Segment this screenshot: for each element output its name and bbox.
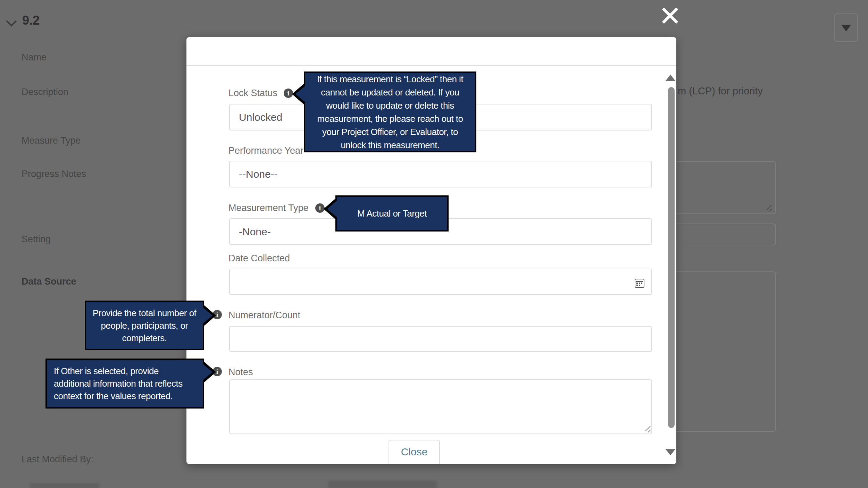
numerator-tooltip: Provide the total number of people, part… xyxy=(85,301,204,350)
notes-textarea[interactable] xyxy=(229,379,652,434)
lock-status-tooltip: If this measurement is “Locked” then it … xyxy=(304,71,476,152)
scroll-down-arrow-icon[interactable] xyxy=(665,449,676,455)
lock-status-value: Unlocked xyxy=(239,111,282,123)
numerator-count-input[interactable] xyxy=(229,326,652,352)
date-collected-label: Date Collected xyxy=(228,253,290,264)
performance-year-label: Performance Year xyxy=(228,145,303,156)
redacted-text-artifact xyxy=(328,481,437,488)
bg-label-description: Description xyxy=(22,87,68,98)
performance-year-value: --None-- xyxy=(239,168,278,180)
info-icon[interactable]: i xyxy=(284,89,293,98)
tooltip-arrow xyxy=(295,85,307,103)
numerator-tooltip-text: Provide the total number of people, part… xyxy=(86,307,203,344)
close-button-label: Close xyxy=(401,446,428,464)
close-button[interactable]: Close xyxy=(389,440,440,464)
numerator-count-label: Numerator/Count xyxy=(228,310,300,321)
bg-textarea-resize-handle xyxy=(765,204,773,212)
notes-label: Notes xyxy=(228,367,253,378)
measurement-type-value: -None- xyxy=(239,226,271,238)
lock-status-label: Lock Status xyxy=(228,88,277,99)
redacted-text-artifact xyxy=(30,483,99,488)
bg-label-data-source: Data Source xyxy=(22,276,76,287)
info-icon[interactable]: i xyxy=(315,203,325,213)
lock-status-tooltip-text: If this measurement is “Locked” then it … xyxy=(311,73,469,152)
caret-down-icon xyxy=(841,25,851,31)
bg-label-setting: Setting xyxy=(22,234,51,245)
more-actions-dropdown-button[interactable] xyxy=(834,13,858,42)
performance-year-select[interactable]: --None-- xyxy=(229,161,652,187)
tooltip-arrow xyxy=(201,306,212,325)
close-icon[interactable] xyxy=(660,6,680,25)
tooltip-arrow xyxy=(201,363,212,381)
modal-header-divider xyxy=(186,65,676,66)
notes-tooltip-text: If Other is selected, provide additional… xyxy=(54,365,198,402)
tooltip-arrow xyxy=(327,200,338,218)
calendar-icon[interactable] xyxy=(635,279,644,288)
measurement-type-tooltip-text: M Actual or Target xyxy=(357,207,427,220)
scrollbar-thumb[interactable] xyxy=(668,87,675,428)
bg-label-name: Name xyxy=(22,52,47,63)
bg-label-last-modified-by: Last Modified By: xyxy=(22,454,93,465)
measurement-type-label: Measurement Type xyxy=(228,203,309,213)
bg-text-fragment: m (LCP) for priority xyxy=(678,85,763,97)
date-collected-input[interactable] xyxy=(229,269,652,295)
measurement-type-tooltip: M Actual or Target xyxy=(335,195,449,232)
notes-tooltip: If Other is selected, provide additional… xyxy=(45,359,204,409)
bg-label-progress-notes: Progress Notes xyxy=(22,169,86,179)
scroll-up-arrow-icon[interactable] xyxy=(665,75,676,81)
chevron-down-icon[interactable] xyxy=(7,17,16,26)
section-header: 9.2 xyxy=(22,13,40,28)
textarea-resize-handle[interactable] xyxy=(644,425,652,433)
bg-label-measure-type: Measure Type xyxy=(22,135,81,146)
